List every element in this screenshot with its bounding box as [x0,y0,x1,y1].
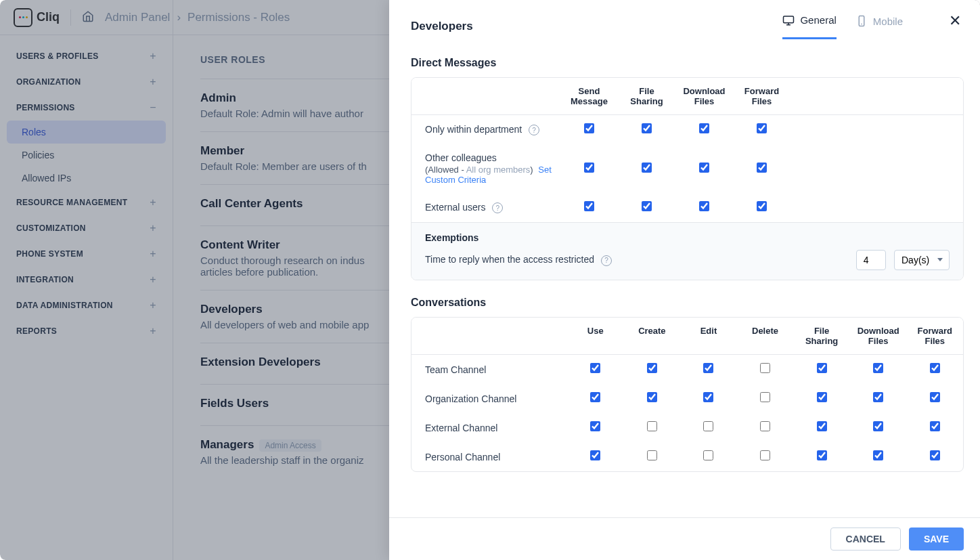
permission-checkbox[interactable] [647,450,657,460]
panel-body: Direct Messages SendMessageFileSharingDo… [389,41,980,517]
tab-mobile[interactable]: Mobile [855,15,903,38]
permission-checkbox[interactable] [703,363,713,373]
row-label: Team Channel [411,364,567,375]
panel-title: Developers [411,20,473,33]
permission-checkbox[interactable] [590,450,600,460]
permission-checkbox[interactable] [757,163,767,173]
permission-checkbox[interactable] [699,201,709,211]
dm-table: SendMessageFileSharingDownloadFilesForwa… [411,77,964,280]
column-header: FileSharing [793,326,850,346]
row-label: Other colleagues(Allowed - All org membe… [411,152,560,185]
perm-row: External Channel [411,413,963,442]
column-header: Delete [737,326,794,346]
permission-checkbox[interactable] [647,392,657,402]
permission-checkbox[interactable] [760,363,770,373]
permission-checkbox[interactable] [930,392,940,402]
permission-checkbox[interactable] [584,201,594,211]
cancel-button[interactable]: CANCEL [830,527,901,551]
permission-checkbox[interactable] [584,163,594,173]
column-header: SendMessage [560,86,618,106]
permission-checkbox[interactable] [703,392,713,402]
permission-checkbox[interactable] [647,421,657,431]
column-header: Use [567,326,624,346]
column-header: Create [624,326,681,346]
permission-checkbox[interactable] [703,421,713,431]
row-label: Personal Channel [411,452,567,462]
column-header: Edit [680,326,737,346]
permission-checkbox[interactable] [590,392,600,402]
permission-checkbox[interactable] [642,163,652,173]
column-header: FileSharing [618,86,675,106]
perm-row: Team Channel [411,355,963,384]
permission-checkbox[interactable] [873,363,883,373]
perm-row: Personal Channel [411,442,963,471]
svg-rect-0 [784,16,794,23]
permission-checkbox[interactable] [930,363,940,373]
mobile-icon [855,15,868,27]
reply-unit-select[interactable]: Day(s) [894,250,950,270]
settings-panel: Developers General Mobile ✕ Direct Messa… [389,0,980,560]
conv-section-title: Conversations [411,297,964,309]
column-header: DownloadFiles [850,326,907,346]
row-label: Only within department ? [411,124,560,136]
conv-table: UseCreateEditDeleteFileSharingDownloadFi… [411,317,964,472]
close-icon[interactable]: ✕ [949,12,961,41]
perm-row: Other colleagues(Allowed - All org membe… [411,144,963,193]
permission-checkbox[interactable] [590,421,600,431]
permission-checkbox[interactable] [757,201,767,211]
permission-checkbox[interactable] [590,363,600,373]
help-icon[interactable]: ? [492,202,503,213]
dm-section-title: Direct Messages [411,57,964,69]
permission-checkbox[interactable] [817,421,827,431]
permission-checkbox[interactable] [873,421,883,431]
row-label: Organization Channel [411,393,567,404]
permission-checkbox[interactable] [642,201,652,211]
permission-checkbox[interactable] [642,123,652,133]
help-icon[interactable]: ? [529,125,539,135]
reply-time-input[interactable] [856,250,886,270]
exemptions-section: Exemptions Time to reply when the access… [411,222,963,280]
permission-checkbox[interactable] [584,123,594,133]
panel-tabs: General Mobile ✕ [782,12,961,41]
exemptions-title: Exemptions [425,232,950,243]
permission-checkbox[interactable] [647,363,657,373]
permission-checkbox[interactable] [760,392,770,402]
tab-general[interactable]: General [782,14,836,39]
permission-checkbox[interactable] [760,450,770,460]
monitor-icon [782,14,795,26]
permission-checkbox[interactable] [930,421,940,431]
permission-checkbox[interactable] [757,123,767,133]
row-label: External Channel [411,423,567,433]
perm-row: Organization Channel [411,384,963,413]
perm-row: Only within department ? [411,115,963,144]
column-header: ForwardFiles [733,86,790,106]
panel-header: Developers General Mobile ✕ [389,0,980,41]
column-header: ForwardFiles [906,326,963,346]
row-label: External users ? [411,202,560,214]
permission-checkbox[interactable] [873,392,883,402]
exemptions-label: Time to reply when the access restricted [425,254,594,265]
column-header: DownloadFiles [675,86,733,106]
permission-checkbox[interactable] [817,392,827,402]
permission-checkbox[interactable] [817,450,827,460]
permission-checkbox[interactable] [873,450,883,460]
help-icon[interactable]: ? [601,255,612,266]
permission-checkbox[interactable] [817,363,827,373]
permission-checkbox[interactable] [930,450,940,460]
panel-footer: CANCEL SAVE [389,517,980,560]
permission-checkbox[interactable] [699,163,709,173]
perm-row: External users ? [411,193,963,222]
permission-checkbox[interactable] [699,123,709,133]
permission-checkbox[interactable] [703,450,713,460]
save-button[interactable]: SAVE [909,527,964,551]
permission-checkbox[interactable] [760,421,770,431]
